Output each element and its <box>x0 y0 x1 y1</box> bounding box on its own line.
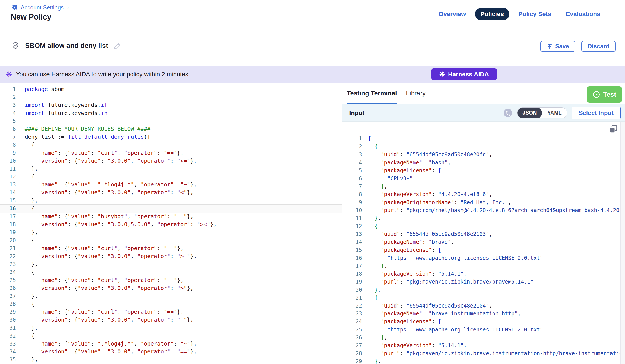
indent-guide <box>31 213 31 221</box>
code-line[interactable]: 18 "version": {"value": "3.0.0,5.0.0", "… <box>0 221 342 228</box>
code-line[interactable]: 28 { <box>0 300 342 308</box>
code-line[interactable]: 27 }, <box>0 292 342 300</box>
code-line[interactable]: 25 "name": {"value": "curl", "operator":… <box>0 276 342 284</box>
nav-tab-policies[interactable]: Policies <box>475 8 510 20</box>
code-line[interactable]: 16 "https---www.apache.org-licenses-LICE… <box>342 254 625 262</box>
code-line[interactable]: 1package sbom <box>0 85 342 93</box>
play-circle-icon <box>593 91 600 98</box>
nav-tab-evaluations[interactable]: Evaluations <box>560 8 606 20</box>
select-input-button[interactable]: Select Input <box>571 107 621 119</box>
code-line-content: { <box>25 300 34 308</box>
code-line[interactable]: 30 "version": {"value": "3.0.0", "operat… <box>0 316 342 324</box>
code-line[interactable]: 15 "packageLicense": [ <box>342 246 625 254</box>
discard-button[interactable]: Discard <box>581 41 616 52</box>
line-number: 33 <box>0 340 25 348</box>
code-line[interactable]: 11 }, <box>342 214 625 222</box>
code-line[interactable]: 24 { <box>0 268 342 276</box>
code-line[interactable]: 34 "version": {"value": "3.0.0", "operat… <box>0 348 342 356</box>
code-line-content: "packageName": "bash", <box>368 159 451 167</box>
toggle-option-yaml[interactable]: YAML <box>542 108 567 118</box>
code-line[interactable]: 13 "name": {"value": ".*log4j.*", "opera… <box>0 181 342 189</box>
code-line[interactable]: 26 ], <box>342 334 625 342</box>
code-line-content: "version": {"value": "3.0.0", "operator"… <box>25 252 197 260</box>
tab-library[interactable]: Library <box>406 83 426 104</box>
code-line[interactable]: 2 { <box>342 143 625 151</box>
toggle-option-json[interactable]: JSON <box>517 108 542 118</box>
code-line[interactable]: 18 "packageVersion": "5.14.1", <box>342 270 625 278</box>
code-line[interactable]: 7deny_list := fill_default_deny_rules([ <box>0 133 342 141</box>
code-line[interactable]: 35 }, <box>0 356 342 364</box>
code-line[interactable]: 9 "packageOriginatorName": "Red Hat, Inc… <box>342 198 625 206</box>
code-line[interactable]: 9 "name": {"value": "curl", "operator": … <box>0 149 342 157</box>
code-line[interactable]: 15 }, <box>0 197 342 205</box>
code-line[interactable]: 25 "https---www.apache.org-licenses-LICE… <box>342 326 625 334</box>
code-line-content: { <box>25 332 34 340</box>
code-line[interactable]: 14 "version": {"value": "3.0.0", "operat… <box>0 189 342 196</box>
code-line[interactable]: 2 <box>0 93 342 101</box>
code-line[interactable]: 8 "packageVersion": "4.4.20-4.el8_6", <box>342 190 625 198</box>
code-line[interactable]: 20 }, <box>342 286 625 294</box>
code-line[interactable]: 10 "version": {"value": "3.0.0", "operat… <box>0 157 342 165</box>
tab-testing-terminal[interactable]: Testing Terminal <box>347 83 397 104</box>
code-line[interactable]: 20 { <box>0 236 342 244</box>
code-line[interactable]: 22 "uuid": "65544df05cc9ad50c48e2104", <box>342 302 625 310</box>
code-line[interactable]: 7 ], <box>342 182 625 190</box>
code-line[interactable]: 21 "name": {"value": "curl", "operator":… <box>0 244 342 252</box>
code-line[interactable]: 16 { <box>0 205 342 213</box>
code-line[interactable]: 28 "purl": "pkg:maven/io.zipkin.brave.in… <box>342 349 625 357</box>
code-line[interactable]: 19 }, <box>0 228 342 236</box>
input-bar: Input JSONYAML Select Input <box>342 104 625 122</box>
code-line[interactable]: 4import future.keywords.in <box>0 109 342 117</box>
harness-aida-button[interactable]: ❋ Harness AIDA <box>431 68 497 80</box>
nav-tab-overview[interactable]: Overview <box>433 8 472 20</box>
code-line[interactable]: 4 "packageName": "bash", <box>342 159 625 167</box>
input-json-editor[interactable]: 1[2 {3 "uuid": "65544df05cc9ad50c48e20fc… <box>342 122 625 364</box>
code-line[interactable]: 29 "name": {"value": "curl", "operator":… <box>0 308 342 316</box>
terminal-tabs: Testing Terminal Library Test <box>342 83 625 104</box>
code-line-content: { <box>368 294 378 302</box>
code-line[interactable]: 6 "GPLv3-" <box>342 174 625 182</box>
code-line[interactable]: 13 "uuid": "65544df05cc9ad50c48e2103", <box>342 230 625 238</box>
line-number: 14 <box>342 238 368 246</box>
code-line[interactable]: 8 { <box>0 141 342 149</box>
json-scrollbar[interactable] <box>620 122 625 364</box>
save-button[interactable]: Save <box>540 41 575 52</box>
policy-code-editor[interactable]: 1package sbom23import future.keywords.if… <box>0 83 342 364</box>
code-line[interactable]: 10 "purl": "pkg:rpm/rhel/bash@4.4.20-4.e… <box>342 206 625 214</box>
code-line[interactable]: 21 { <box>342 294 625 302</box>
indent-guide <box>31 157 31 165</box>
code-line[interactable]: 23 }, <box>0 260 342 268</box>
code-line[interactable]: 33 "name": {"value": ".*log4j.*", "opera… <box>0 340 342 348</box>
code-line[interactable]: 17 "name": {"value": "busybot", "operato… <box>0 213 342 221</box>
code-line[interactable]: 17 ], <box>342 262 625 270</box>
code-line[interactable]: 23 "packageName": "brave-instrumentation… <box>342 310 625 318</box>
code-line[interactable]: 5 "packageLicense": [ <box>342 167 625 174</box>
breadcrumb-link-account-settings[interactable]: Account Settings <box>21 4 63 11</box>
edit-pencil-icon[interactable] <box>113 42 122 50</box>
code-line[interactable]: 32 { <box>0 332 342 340</box>
format-graph-icon[interactable] <box>503 108 513 118</box>
code-line[interactable]: 22 "version": {"value": "3.0.0", "operat… <box>0 252 342 260</box>
line-number: 28 <box>0 300 25 308</box>
code-line[interactable]: 12 { <box>0 173 342 181</box>
code-line[interactable]: 26 "version": {"value": "3.0.0", "operat… <box>0 284 342 292</box>
code-line[interactable]: 31 }, <box>0 324 342 332</box>
code-line[interactable]: 5 <box>0 117 342 125</box>
test-button[interactable]: Test <box>587 86 622 103</box>
code-line[interactable]: 12 { <box>342 222 625 230</box>
code-line-content: "uuid": "65544df05cc9ad50c48e2104", <box>368 302 492 310</box>
code-line[interactable]: 1[ <box>342 135 625 143</box>
line-number: 32 <box>0 332 25 340</box>
code-line[interactable]: 6#### DEFINE YOUR DENY RULES BELOW #### <box>0 125 342 133</box>
code-line[interactable]: 24 "packageLicense": [ <box>342 318 625 326</box>
code-line[interactable]: 3 "uuid": "65544df05cc9ad50c48e20fc", <box>342 151 625 159</box>
code-line-content: "version": {"value": "3.0.0", "operator"… <box>25 284 194 292</box>
copy-icon[interactable] <box>608 124 618 134</box>
code-line[interactable]: 19 "purl": "pkg:maven/io.zipkin.brave/br… <box>342 278 625 286</box>
code-line[interactable]: 29 }, <box>342 357 625 364</box>
nav-tab-policy-sets[interactable]: Policy Sets <box>513 8 557 20</box>
code-line[interactable]: 11 }, <box>0 165 342 173</box>
code-line[interactable]: 14 "packageName": "brave", <box>342 238 625 246</box>
code-line[interactable]: 27 "packageVersion": "5.14.1", <box>342 342 625 349</box>
code-line[interactable]: 3import future.keywords.if <box>0 101 342 109</box>
